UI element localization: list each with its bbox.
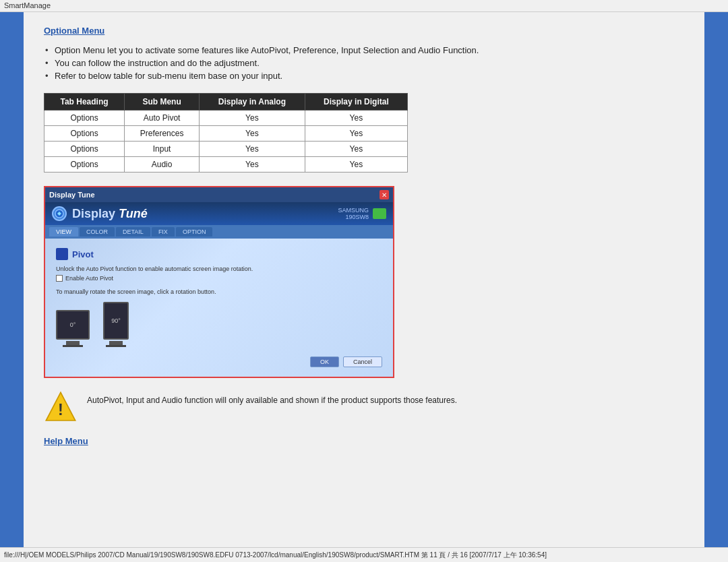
table-row: Options Input Yes Yes: [44, 142, 408, 157]
pivot-title: Pivot: [56, 248, 382, 260]
bottom-bar: file:///H|/OEM MODELS/Philips 2007/CD Ma…: [0, 547, 728, 562]
svg-text:!: !: [58, 401, 63, 418]
row3-col1: Options: [44, 142, 125, 157]
warning-icon: !: [44, 390, 78, 424]
app-title: Display Tuné: [72, 207, 148, 221]
bullet-item-1: Option Menu let you to activate some fea…: [44, 45, 684, 55]
pivot-rotate-description: To manually rotate the screen image, cli…: [56, 288, 382, 295]
app-footer-buttons: OK Cancel: [56, 356, 382, 367]
ok-button[interactable]: OK: [310, 356, 339, 367]
row2-col1: Options: [44, 126, 125, 142]
auto-pivot-checkbox[interactable]: [56, 275, 63, 282]
app-logo-icon: [52, 206, 67, 221]
center-content: Optional Menu Option Menu let you to act…: [24, 12, 704, 547]
row1-col3: Yes: [199, 111, 305, 126]
app-header: Display Tuné SAMSUNG 190SW8: [45, 202, 393, 225]
close-icon: ✕: [382, 191, 387, 199]
monitor-0deg-container: 0°: [56, 310, 90, 347]
table-row: Options Auto Pivot Yes Yes: [44, 111, 408, 126]
header-right: SAMSUNG 190SW8: [338, 207, 386, 220]
nav-tab-color[interactable]: COLOR: [80, 227, 115, 237]
row1-col4: Yes: [305, 111, 407, 126]
row2-col4: Yes: [305, 126, 407, 142]
screenshot-title-text: Display Tune: [49, 191, 95, 199]
col-header-tab: Tab Heading: [44, 94, 125, 111]
row2-col2: Preferences: [125, 126, 200, 142]
bullet-list: Option Menu let you to activate some fea…: [44, 45, 684, 81]
col-header-submenu: Sub Menu: [125, 94, 200, 111]
row3-col3: Yes: [199, 142, 305, 157]
nav-tab-fix[interactable]: FIX: [152, 227, 175, 237]
monitor-0deg-icon[interactable]: 0°: [56, 310, 90, 340]
row4-col1: Options: [44, 157, 125, 173]
pivot-checkbox-row: Enable Auto Pivot: [56, 275, 382, 282]
row3-col2: Input: [125, 142, 200, 157]
options-table: Tab Heading Sub Menu Display in Analog D…: [44, 93, 408, 173]
monitor-90deg-icon[interactable]: 90°: [103, 302, 129, 340]
row2-col3: Yes: [199, 126, 305, 142]
status-indicator: [373, 208, 386, 219]
row4-col2: Audio: [125, 157, 200, 173]
warning-text: AutoPivot, Input and Audio function will…: [87, 390, 457, 405]
col-header-analog: Display in Analog: [199, 94, 305, 111]
monitor-base-90: [106, 345, 126, 347]
bottom-bar-path: file:///H|/OEM MODELS/Philips 2007/CD Ma…: [4, 551, 547, 559]
help-menu-title: Help Menu: [44, 436, 684, 446]
col-header-digital: Display in Digital: [305, 94, 407, 111]
row4-col4: Yes: [305, 157, 407, 173]
nav-tab-option[interactable]: OPTION: [176, 227, 213, 237]
app-body: Pivot Unlock the Auto Pivot function to …: [45, 239, 393, 377]
warning-row: ! AutoPivot, Input and Audio function wi…: [44, 390, 684, 424]
cancel-button[interactable]: Cancel: [343, 356, 382, 367]
monitor-90deg-container: 90°: [103, 302, 129, 347]
screenshot-close-button[interactable]: ✕: [380, 190, 389, 199]
bullet-item-2: You can follow the instruction and do th…: [44, 58, 684, 68]
monitor-label: SAMSUNG 190SW8: [338, 207, 369, 220]
nav-tab-view[interactable]: VIEW: [49, 227, 78, 237]
optional-menu-title: Optional Menu: [44, 26, 684, 36]
screenshot-titlebar: Display Tune ✕: [45, 187, 393, 202]
auto-pivot-label: Enable Auto Pivot: [65, 275, 113, 282]
right-sidebar: [704, 12, 728, 547]
display-tune-screenshot: Display Tune ✕ Display Tuné: [44, 186, 394, 378]
pivot-icon: [56, 248, 68, 260]
bullet-item-3: Refer to below table for sub-menu item b…: [44, 71, 684, 81]
nav-tab-detail[interactable]: DETAIL: [116, 227, 150, 237]
row1-col1: Options: [44, 111, 125, 126]
monitor-icons-row: 0° 90°: [56, 302, 382, 347]
left-sidebar: [0, 12, 24, 547]
monitor-base-0: [63, 345, 83, 347]
row1-col2: Auto Pivot: [125, 111, 200, 126]
row4-col3: Yes: [199, 157, 305, 173]
table-row: Options Audio Yes Yes: [44, 157, 408, 173]
app-nav: VIEW COLOR DETAIL FIX OPTION: [45, 225, 393, 239]
row3-col4: Yes: [305, 142, 407, 157]
top-bar-label: SmartManage: [4, 1, 51, 9]
table-row: Options Preferences Yes Yes: [44, 126, 408, 142]
pivot-description: Unlock the Auto Pivot function to enable…: [56, 266, 382, 272]
top-bar: SmartManage: [0, 0, 728, 12]
